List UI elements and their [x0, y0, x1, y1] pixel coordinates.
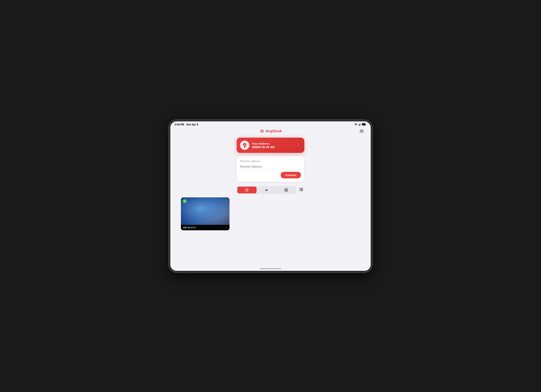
svg-rect-21: [299, 189, 300, 190]
tab-discover[interactable]: [276, 187, 296, 193]
svg-rect-23: [299, 190, 300, 191]
main-content: AnyDesk: [170, 127, 371, 271]
svg-rect-20: [300, 189, 303, 190]
remote-address-label: Remote Address: [240, 160, 301, 163]
remote-address-input[interactable]: [240, 164, 301, 170]
address-block-1: [252, 146, 261, 148]
svg-rect-22: [300, 190, 303, 191]
home-indicator: [260, 268, 281, 269]
device-screen: 2:54 PM Sun Apr 5: [170, 121, 371, 271]
session-footer: ⋮: [181, 225, 229, 230]
address-number: [252, 146, 293, 148]
svg-rect-4: [362, 123, 365, 125]
session-thumbnail: [181, 197, 229, 225]
svg-rect-18: [300, 188, 303, 189]
your-address-card: Your Address ⋮: [237, 138, 304, 153]
sessions-area: ☆ ⋮: [175, 194, 366, 267]
svg-rect-16: [286, 190, 287, 191]
svg-rect-5: [366, 124, 366, 125]
status-icons: [354, 123, 366, 126]
session-name: [183, 227, 196, 228]
tab-favorites[interactable]: [257, 187, 276, 193]
address-info: Your Address: [252, 142, 293, 148]
address-block-4: [270, 146, 275, 148]
device-frame: 2:54 PM Sun Apr 5: [169, 120, 372, 272]
svg-rect-1: [359, 124, 360, 126]
address-block-2: [262, 146, 265, 148]
list-view-button[interactable]: [298, 187, 304, 193]
session-status-badge: [182, 199, 187, 203]
svg-rect-0: [359, 125, 359, 126]
svg-rect-19: [299, 188, 300, 189]
connect-btn-row: Connect: [240, 172, 301, 178]
status-bar: 2:54 PM Sun Apr 5: [170, 121, 371, 127]
session-more-button[interactable]: ⋮: [225, 226, 227, 229]
svg-rect-2: [360, 123, 360, 126]
hamburger-line-3: [360, 132, 364, 132]
favorites-icon: [265, 188, 268, 192]
tabs-container: [237, 186, 296, 194]
discover-icon: [284, 188, 288, 192]
hamburger-menu-button[interactable]: [359, 129, 364, 133]
battery-icon: [362, 123, 366, 126]
address-card-more-button[interactable]: ⋮: [296, 143, 301, 148]
your-address-label: Your Address: [252, 142, 293, 145]
address-icon-circle: [240, 141, 249, 150]
signal-icon: [359, 123, 361, 126]
wifi-icon: [354, 123, 358, 126]
hamburger-line-1: [360, 130, 364, 130]
session-thumbnail-overlay: [181, 197, 229, 225]
remote-address-card: Remote Address Connect: [237, 156, 304, 182]
status-time: 2:54 PM Sun Apr 5: [175, 123, 198, 126]
list-view-icon: [299, 188, 303, 191]
address-block-3: [266, 146, 269, 148]
recent-icon: [245, 188, 249, 192]
session-favorite-button[interactable]: ☆: [225, 199, 228, 203]
app-logo: AnyDesk: [260, 129, 282, 133]
anydesk-logo-icon: [260, 129, 264, 133]
app-header: AnyDesk: [175, 129, 366, 133]
session-card[interactable]: ☆ ⋮: [181, 197, 229, 230]
app-title: AnyDesk: [265, 129, 282, 133]
connect-button[interactable]: Connect: [281, 172, 301, 178]
tab-recent[interactable]: [237, 187, 257, 193]
hamburger-line-2: [360, 131, 364, 131]
tab-section: [237, 186, 304, 194]
address-pin-icon: [242, 143, 247, 148]
